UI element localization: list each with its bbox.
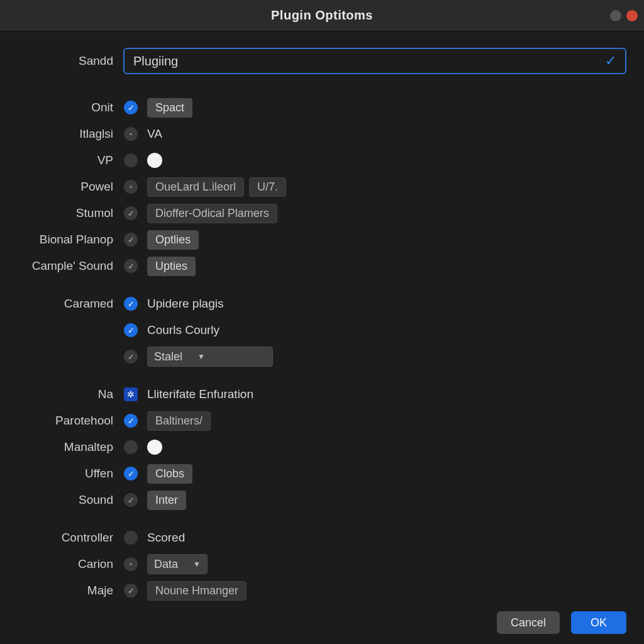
vp-checkbox[interactable] [124, 153, 138, 167]
caramed-label: Caramed [6, 297, 114, 311]
parotehool-chip[interactable]: Baltiners/ [147, 411, 211, 431]
cample-label: Cample' Sound [6, 259, 114, 273]
sound-checkbox[interactable]: ✓ [124, 493, 138, 507]
ok-button[interactable]: OK [571, 611, 626, 634]
carion-select-value: Data [154, 558, 178, 571]
onit-checkbox[interactable]: ✓ [124, 101, 138, 114]
stalel-select[interactable]: Stalel ▼ [147, 347, 273, 367]
maje-label: Maje [6, 584, 114, 597]
chevron-down-icon: ▼ [193, 560, 201, 569]
manaltep-color-swatch[interactable] [147, 440, 162, 455]
powel-chip-2[interactable]: U/7. [249, 177, 286, 197]
vp-color-swatch[interactable] [147, 153, 162, 168]
na-label: Na [6, 387, 114, 401]
cancel-button[interactable]: Cancel [497, 611, 560, 634]
chevron-down-icon: ▼ [197, 352, 205, 361]
uffen-chip[interactable]: Clobs [147, 464, 192, 484]
onit-chip[interactable]: Spact [147, 98, 192, 118]
cample-checkbox[interactable]: ✓ [124, 259, 138, 273]
sound-label: Sound [6, 493, 114, 507]
carion-radio[interactable]: • [124, 557, 138, 571]
search-input-value: Plugiing [133, 54, 178, 69]
itlaglsi-value: VA [147, 127, 162, 141]
caramed-text: Upidere plagis [147, 297, 223, 311]
sound-chip[interactable]: Inter [147, 491, 186, 510]
carion-label: Carion [6, 557, 114, 571]
itlaglsi-label: Itlaglsi [6, 127, 114, 141]
dialog-footer: Cancel OK [497, 611, 626, 634]
window-title: Plugin Optitoms [271, 8, 373, 23]
bional-checkbox[interactable]: ✓ [124, 233, 138, 247]
na-text: Lliterifate Enfuration [147, 387, 253, 401]
window-controls [610, 10, 638, 21]
controller-label: Controller [6, 531, 114, 545]
controller-icon[interactable] [124, 531, 138, 545]
stalel-checkbox[interactable]: ✓ [124, 350, 138, 364]
titlebar: Plugin Optitoms [0, 0, 644, 31]
bional-label: Bional Planop [6, 233, 114, 247]
na-info-icon[interactable]: ✲ [124, 387, 138, 401]
uffen-checkbox[interactable]: ✓ [124, 467, 138, 480]
carion-select[interactable]: Data ▼ [147, 554, 208, 574]
powel-label: Powel [6, 180, 114, 194]
itlaglsi-radio[interactable]: • [124, 127, 138, 141]
vp-label: VP [6, 153, 114, 167]
maje-chip[interactable]: Noune Hmanger [147, 581, 247, 601]
stumol-label: Stumol [6, 206, 114, 220]
caramed-checkbox[interactable]: ✓ [124, 297, 138, 311]
controller-text: Scored [147, 531, 185, 545]
minimize-icon[interactable] [610, 10, 621, 21]
cample-chip[interactable]: Upties [147, 257, 196, 276]
parotehool-label: Parotehool [6, 414, 114, 428]
stalel-select-value: Stalel [154, 350, 182, 364]
options-form: Sandd Plugiing ✓ Onit ✓ Spact Itlaglsi •… [0, 31, 644, 604]
search-label: Sandd [6, 54, 114, 68]
onit-label: Onit [6, 101, 114, 114]
powel-chip-1[interactable]: OueLard L.ileorl [147, 177, 244, 197]
maje-checkbox[interactable]: ✓ [124, 584, 138, 597]
close-icon[interactable] [626, 10, 638, 21]
checkmark-icon[interactable]: ✓ [605, 53, 616, 69]
courly-checkbox[interactable]: ✓ [124, 323, 138, 337]
parotehool-checkbox[interactable]: ✓ [124, 414, 138, 428]
stumol-checkbox[interactable]: ✓ [124, 206, 138, 220]
stumol-chip[interactable]: Dioffer-Odical Plamers [147, 204, 277, 223]
powel-radio[interactable]: • [124, 180, 138, 194]
uffen-label: Uffen [6, 467, 114, 480]
search-input[interactable]: Plugiing ✓ [123, 48, 626, 74]
courly-text: Courls Courly [147, 323, 219, 337]
manaltep-label: Manaltep [6, 440, 114, 454]
bional-chip[interactable]: Optlies [147, 230, 199, 250]
manaltep-checkbox[interactable] [124, 440, 138, 454]
